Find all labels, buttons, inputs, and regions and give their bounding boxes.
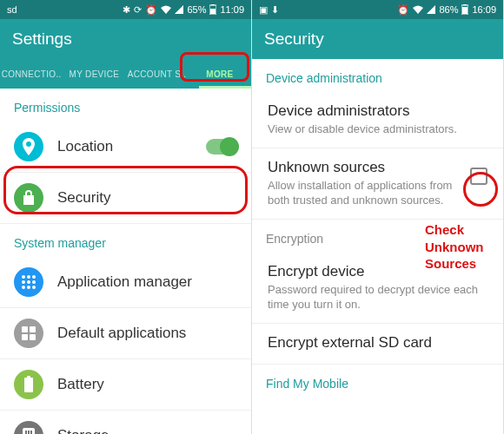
wifi-icon — [161, 5, 171, 14]
signal-icon — [175, 5, 183, 14]
battery-icon — [461, 4, 468, 15]
page-title: Security — [252, 19, 503, 59]
device-admins-sub: View or disable device administrators. — [268, 122, 487, 137]
tab-bar: CONNECTIO.. MY DEVICE ACCOUNT S.. MORE — [0, 59, 251, 89]
svg-point-10 — [27, 286, 30, 289]
item-default-apps[interactable]: Default applications — [0, 308, 251, 359]
tab-accounts[interactable]: ACCOUNT S.. — [126, 59, 189, 89]
item-storage-label: Storage — [57, 427, 237, 434]
item-battery[interactable]: Battery — [0, 359, 251, 411]
section-permissions: Permissions — [0, 89, 251, 122]
item-location-label: Location — [57, 138, 206, 155]
default-apps-icon — [14, 319, 43, 348]
battery-text: 65% — [187, 4, 206, 15]
svg-rect-15 — [30, 334, 36, 340]
item-unknown-sources[interactable]: Unknown sources Allow installation of ap… — [252, 148, 503, 220]
svg-point-7 — [27, 280, 30, 284]
time-text: 16:09 — [472, 4, 496, 15]
unknown-sources-title: Unknown sources — [268, 159, 460, 176]
settings-list[interactable]: Permissions Location Security System man… — [0, 89, 251, 434]
svg-point-9 — [22, 286, 25, 289]
encrypt-device-title: Encrypt device — [268, 263, 487, 280]
svg-point-5 — [32, 275, 36, 279]
encrypt-sd-title: Encrypt external SD card — [268, 334, 487, 352]
status-bar: ▣ ⬇ ⏰ 86% 16:09 — [252, 0, 503, 19]
item-default-apps-label: Default applications — [57, 325, 237, 342]
item-storage[interactable]: Storage — [0, 411, 251, 434]
svg-rect-17 — [27, 376, 30, 378]
svg-point-4 — [27, 275, 30, 279]
wifi-icon — [413, 5, 423, 14]
svg-rect-14 — [22, 334, 28, 340]
download-icon: ⬇ — [271, 4, 279, 16]
section-system: System manager — [0, 224, 251, 257]
item-security[interactable]: Security — [0, 173, 251, 224]
time-text: 11:09 — [220, 4, 244, 15]
battery-icon — [14, 370, 43, 399]
battery-text: 86% — [439, 4, 458, 15]
item-encrypt-device[interactable]: Encrypt device Password required to decr… — [252, 253, 503, 324]
svg-rect-19 — [25, 431, 27, 434]
svg-rect-23 — [463, 4, 467, 5]
page-title: Settings — [0, 19, 251, 59]
svg-rect-16 — [24, 378, 33, 392]
location-toggle[interactable] — [206, 139, 237, 155]
sync-icon: ⟳ — [134, 4, 142, 16]
status-left-text: sd — [7, 4, 17, 15]
item-app-manager[interactable]: Application manager — [0, 257, 251, 308]
settings-screen: sd ✱ ⟳ ⏰ 65% 11:09 Settings CONNECTIO.. … — [0, 0, 252, 434]
battery-icon — [209, 4, 216, 15]
unknown-sources-sub: Allow installation of applications from … — [268, 178, 460, 208]
apps-icon — [14, 267, 43, 297]
item-location[interactable]: Location — [0, 122, 251, 173]
item-encrypt-sd[interactable]: Encrypt external SD card — [252, 324, 503, 365]
unknown-sources-checkbox[interactable] — [470, 168, 487, 185]
tab-indicator — [199, 86, 251, 89]
location-icon — [14, 132, 43, 161]
svg-point-6 — [22, 280, 25, 284]
item-battery-label: Battery — [57, 376, 237, 393]
item-app-manager-label: Application manager — [57, 273, 237, 291]
security-screen: ▣ ⬇ ⏰ 86% 16:09 Security Device administ… — [252, 0, 504, 434]
encrypt-device-sub: Password required to decrypt device each… — [268, 282, 487, 312]
svg-rect-13 — [30, 326, 36, 332]
section-device-admin: Device administration — [252, 59, 503, 92]
svg-rect-2 — [210, 9, 216, 14]
tab-my-device[interactable]: MY DEVICE — [63, 59, 125, 89]
tab-more[interactable]: MORE — [189, 59, 251, 89]
tab-connections[interactable]: CONNECTIO.. — [0, 59, 63, 89]
svg-point-8 — [32, 280, 36, 284]
bluetooth-icon: ✱ — [123, 4, 130, 16]
svg-point-3 — [22, 275, 25, 279]
alarm-icon: ⏰ — [145, 4, 157, 16]
svg-rect-24 — [462, 7, 468, 14]
lock-icon — [14, 183, 43, 213]
screenshot-icon: ▣ — [259, 4, 268, 16]
storage-icon — [14, 421, 43, 434]
svg-rect-20 — [28, 431, 30, 434]
item-device-administrators[interactable]: Device administrators View or disable de… — [252, 92, 503, 148]
svg-rect-1 — [211, 4, 215, 5]
device-admins-title: Device administrators — [268, 102, 487, 120]
item-security-label: Security — [57, 189, 237, 207]
svg-rect-12 — [22, 326, 28, 332]
signal-icon — [427, 5, 435, 14]
svg-point-11 — [32, 286, 36, 289]
status-bar: sd ✱ ⟳ ⏰ 65% 11:09 — [0, 0, 251, 19]
alarm-icon: ⏰ — [397, 4, 409, 16]
svg-rect-21 — [30, 431, 32, 434]
security-list[interactable]: Device administration Device administrat… — [252, 59, 503, 434]
section-encryption: Encryption — [252, 220, 503, 253]
section-find-mobile: Find My Mobile — [252, 365, 503, 392]
